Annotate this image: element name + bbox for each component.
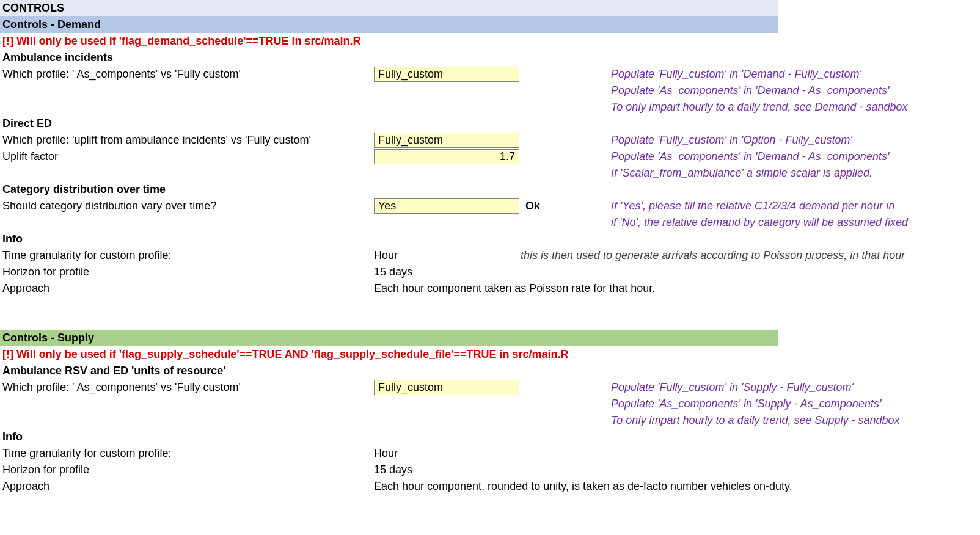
supply-profile-label: Which profile: ' As_components' vs 'Full… <box>0 379 374 396</box>
category-note-1: If 'Yes', please fill the relative C1/2/… <box>606 198 980 214</box>
ambulance-note-3: To only impart hourly to a daily trend, … <box>606 99 980 115</box>
ambulance-profile-label: Which profile: ' As_components' vs 'Full… <box>0 66 374 82</box>
category-note-2: if 'No', the relative demand by category… <box>606 214 980 231</box>
spreadsheet-region: CONTROLS Controls - Demand [!] Will only… <box>0 0 980 495</box>
section-header-demand: Controls - Demand <box>0 16 778 33</box>
demand-approach-label: Approach <box>0 280 374 297</box>
ambulance-note-2: Populate 'As_components' in 'Demand - As… <box>606 82 980 99</box>
section-header-supply: Controls - Supply <box>0 330 778 346</box>
supply-granularity-label: Time granularity for custom profile: <box>0 445 374 462</box>
direct-ed-note-3: If 'Scalar_from_ambulance' a simple scal… <box>606 165 980 181</box>
demand-granularity-value: Hour <box>374 247 521 264</box>
section-header-controls: CONTROLS <box>0 0 778 16</box>
category-dist-status: Ok <box>521 198 606 214</box>
uplift-factor-input[interactable]: 1.7 <box>374 149 519 164</box>
category-dist-label: Should category distribution vary over t… <box>0 198 374 214</box>
supply-approach-value: Each hour component, rounded to unity, i… <box>374 478 792 495</box>
direct-ed-title: Direct ED <box>0 115 374 132</box>
demand-info-title: Info <box>0 231 374 247</box>
demand-horizon-value: 15 days <box>374 264 521 280</box>
uplift-factor-label: Uplift factor <box>0 148 374 165</box>
supply-note-1: Populate 'Fully_custom' in 'Supply - Ful… <box>606 379 980 396</box>
demand-horizon-label: Horizon for profile <box>0 264 374 280</box>
direct-ed-profile-input[interactable]: Fully_custom <box>374 133 519 148</box>
ambulance-profile-input[interactable]: Fully_custom <box>374 67 519 82</box>
ambulance-incidents-title: Ambulance incidents <box>0 49 374 66</box>
category-dist-input[interactable]: Yes <box>374 198 519 214</box>
supply-horizon-value: 15 days <box>374 462 521 478</box>
supply-note-2: Populate 'As_components' in 'Supply - As… <box>606 396 980 412</box>
supply-horizon-label: Horizon for profile <box>0 462 374 478</box>
supply-approach-label: Approach <box>0 478 374 495</box>
supply-note-3: To only impart hourly to a daily trend, … <box>606 412 980 429</box>
direct-ed-note-2: Populate 'As_components' in 'Demand - As… <box>606 148 980 165</box>
category-dist-title: Category distribution over time <box>0 181 374 198</box>
spacer <box>521 66 606 82</box>
demand-warning: [!] Will only be used if 'flag_demand_sc… <box>0 33 361 49</box>
supply-rsv-title: Ambulance RSV and ED 'units of resource' <box>0 363 374 379</box>
supply-info-title: Info <box>0 429 374 445</box>
demand-granularity-label: Time granularity for custom profile: <box>0 247 374 264</box>
demand-approach-value: Each hour component taken as Poisson rat… <box>374 280 655 297</box>
supply-warning: [!] Will only be used if 'flag_supply_sc… <box>0 346 569 363</box>
ambulance-note-1: Populate 'Fully_custom' in 'Demand - Ful… <box>606 66 980 82</box>
direct-ed-profile-label: Which profile: 'uplift from ambulance in… <box>0 132 374 148</box>
supply-granularity-value: Hour <box>374 445 521 462</box>
direct-ed-note-1: Populate 'Fully_custom' in 'Option - Ful… <box>606 132 980 148</box>
supply-profile-input[interactable]: Fully_custom <box>374 380 519 395</box>
demand-granularity-note: this is then used to generate arrivals a… <box>521 247 980 264</box>
